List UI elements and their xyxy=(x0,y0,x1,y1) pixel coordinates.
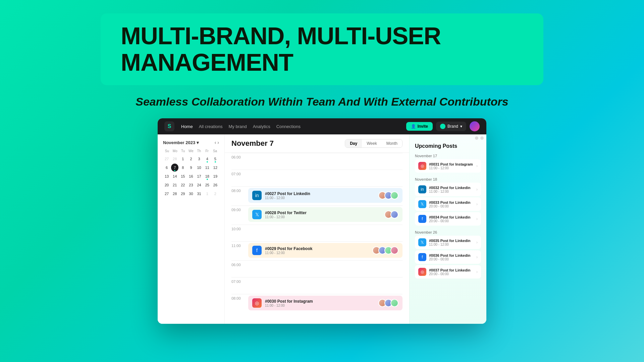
calendar-day[interactable]: 24 xyxy=(196,181,203,189)
calendar-day[interactable]: 31 xyxy=(196,190,203,198)
upcoming-post-item[interactable]: 𝕏#0035 Post for Linkedin11:00 - 12:00› xyxy=(415,236,481,249)
calendar-day[interactable]: 12 xyxy=(212,164,219,172)
upcoming-title: Upcoming Posts xyxy=(410,142,486,152)
upcoming-post-title: #0035 Post for Linkedin xyxy=(429,239,474,243)
post-avatars xyxy=(378,299,398,307)
instagram-post-icon: ◎ xyxy=(418,268,426,276)
upcoming-post-time: 20:00 - 00:00 xyxy=(429,257,474,261)
calendar-day[interactable]: 30 xyxy=(187,190,195,198)
slot-content xyxy=(248,278,402,280)
nav-all-creations[interactable]: All creations xyxy=(199,124,223,129)
calendar-day[interactable]: 3 xyxy=(196,155,203,163)
calendar-day[interactable]: 23 xyxy=(187,181,195,189)
upcoming-post-info: #0031 Post for Instagram11:00 - 12:00 xyxy=(429,162,474,170)
upcoming-post-title: #0036 Post for Linkedin xyxy=(429,253,474,257)
calendar-day[interactable]: 15 xyxy=(179,172,186,180)
nav-home[interactable]: Home xyxy=(181,124,193,129)
calendar-day[interactable]: 28 xyxy=(171,155,178,163)
chevron-right-icon: › xyxy=(476,269,478,274)
calendar-day[interactable]: 2 xyxy=(212,190,219,198)
calendar-day[interactable]: 16 xyxy=(187,172,195,180)
window-close-button[interactable] xyxy=(480,136,484,140)
calendar-day[interactable]: 21 xyxy=(171,181,178,189)
calendar-day[interactable]: 20 xyxy=(163,181,170,189)
upcoming-post-item[interactable]: f#0036 Post for Linkedin20:00 - 00:00› xyxy=(415,250,481,264)
hero-banner: MULTI-BRAND, MULTI-USER MANAGEMENT xyxy=(101,13,543,85)
post-card[interactable]: ◎#0030 Post for Instagram11:00 - 12:00 xyxy=(248,296,402,310)
upcoming-window-controls xyxy=(410,134,486,142)
calendar-day[interactable]: 25 xyxy=(204,181,211,189)
calendar-day[interactable]: 27 xyxy=(163,190,170,198)
window-minimize-button[interactable] xyxy=(475,136,478,140)
upcoming-post-item[interactable]: in#0032 Post for Linkedin11:00 - 12:00› xyxy=(415,183,481,196)
invite-button[interactable]: 👤 Invite xyxy=(406,122,433,131)
calendar-day[interactable]: 5 xyxy=(212,155,219,163)
nav-bar: S Home All creations My brand Analytics … xyxy=(158,118,486,134)
slot-content xyxy=(248,225,402,228)
upcoming-post-time: 20:00 - 00:00 xyxy=(429,219,474,223)
calendar-day-headers: Su Mo Tu We Th Fr Sa xyxy=(163,149,219,153)
calendar-day[interactable]: 9 xyxy=(187,164,195,172)
slot-content: ◎#0030 Post for Instagram11:00 - 12:00 xyxy=(248,294,402,313)
time-slot: 06:00 xyxy=(231,260,402,277)
calendar-day[interactable]: 26 xyxy=(212,181,219,189)
calendar-next-button[interactable]: › xyxy=(217,140,219,145)
time-label: 09:00 xyxy=(231,206,248,212)
subtitle: Seamless Collaboration Within Team And W… xyxy=(136,95,508,108)
calendar-prev-button[interactable]: ‹ xyxy=(215,140,216,145)
upcoming-post-item[interactable]: ◎#0037 Post for Linkedin20:00 - 00:00› xyxy=(415,265,481,279)
calendar-day[interactable]: 14 xyxy=(171,172,178,180)
avatar xyxy=(390,299,398,307)
upcoming-post-title: #0032 Post for Linkedin xyxy=(429,186,474,190)
twitter-post-icon: 𝕏 xyxy=(418,238,426,246)
calendar-day[interactable]: 13 xyxy=(163,172,170,180)
post-card[interactable]: in#0027 Post for Linkedin11:00 - 12:00 xyxy=(248,188,402,203)
post-card[interactable]: 𝕏#0028 Post for Twitter11:00 - 12:00 xyxy=(248,207,402,222)
calendar-day[interactable]: 8 xyxy=(179,164,186,172)
avatar xyxy=(390,210,398,219)
calendar-day[interactable]: 6 xyxy=(163,164,170,172)
hero-title: MULTI-BRAND, MULTI-USER MANAGEMENT xyxy=(121,23,523,76)
upcoming-date-group: November 17◎#0031 Post for Instagram11:0… xyxy=(410,152,486,175)
upcoming-date-group: November 26𝕏#0035 Post for Linkedin11:00… xyxy=(410,228,486,281)
calendar-day[interactable]: 2 xyxy=(187,155,195,163)
calendar-day[interactable]: 19 xyxy=(212,172,219,180)
brand-button[interactable]: Brand ▾ xyxy=(436,122,466,131)
upcoming-post-info: #0034 Post for Linkedin20:00 - 00:00 xyxy=(429,215,474,223)
user-avatar[interactable] xyxy=(470,121,480,131)
calendar-day[interactable]: 18 xyxy=(204,172,211,180)
post-title: #0028 Post for Twitter xyxy=(265,210,381,215)
upcoming-post-item[interactable]: ◎#0031 Post for Instagram11:00 - 12:00› xyxy=(415,159,481,173)
calendar-day[interactable]: 29 xyxy=(179,190,186,198)
post-card[interactable]: f#0029 Post for Facebook11:00 - 12:00 xyxy=(248,243,402,258)
calendar-day[interactable]: 28 xyxy=(171,190,178,198)
upcoming-post-title: #0031 Post for Instagram xyxy=(429,162,474,166)
calendar-day[interactable]: 7 xyxy=(171,164,178,172)
calendar-day[interactable]: 22 xyxy=(179,181,186,189)
nav-right: 👤 Invite Brand ▾ xyxy=(406,121,480,131)
upcoming-post-item[interactable]: 𝕏#0033 Post for Linkedin20:00 - 00:00› xyxy=(415,197,481,211)
nav-analytics[interactable]: Analytics xyxy=(253,124,270,129)
calendar-day[interactable]: 11 xyxy=(204,164,211,172)
nav-my-brand[interactable]: My brand xyxy=(229,124,247,129)
chevron-right-icon: › xyxy=(476,187,478,192)
calendar-day[interactable]: 27 xyxy=(163,155,170,163)
time-label: 06:00 xyxy=(231,153,248,159)
calendar-day[interactable]: 1 xyxy=(179,155,186,163)
slot-content: f#0029 Post for Facebook11:00 - 12:00 xyxy=(248,242,402,260)
calendar-day[interactable]: 10 xyxy=(196,164,203,172)
calendar-day[interactable]: 4 xyxy=(204,155,211,163)
chevron-right-icon: › xyxy=(476,240,478,245)
upcoming-post-item[interactable]: f#0034 Post for Linkedin20:00 - 00:00› xyxy=(415,212,481,226)
chevron-right-icon: › xyxy=(476,255,478,259)
calendar-day[interactable]: 1 xyxy=(204,190,211,198)
tab-day[interactable]: Day xyxy=(345,139,362,147)
upcoming-post-time: 20:00 - 00:00 xyxy=(429,272,474,276)
nav-connections[interactable]: Connections xyxy=(276,124,301,129)
post-avatars xyxy=(378,191,398,199)
calendar-day[interactable]: 17 xyxy=(196,172,203,180)
time-label: 08:00 xyxy=(231,187,248,193)
twitter-icon: 𝕏 xyxy=(252,210,262,219)
tab-month[interactable]: Month xyxy=(382,139,402,147)
tab-week[interactable]: Week xyxy=(362,139,381,147)
